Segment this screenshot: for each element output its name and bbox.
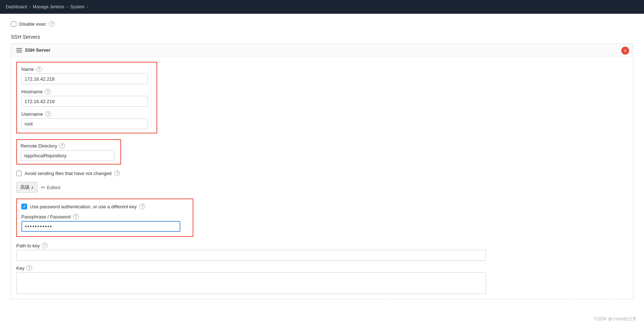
key-help-icon[interactable]: ?: [26, 265, 32, 271]
path-to-key-input[interactable]: [16, 250, 486, 261]
remote-dir-help-icon[interactable]: ?: [59, 143, 65, 149]
use-password-row: Use password authentication, or use a di…: [21, 204, 188, 209]
avoid-files-checkbox[interactable]: [16, 171, 22, 176]
use-password-help-icon[interactable]: ?: [139, 204, 145, 209]
use-password-checkbox[interactable]: [21, 204, 27, 209]
advanced-button[interactable]: 高级 ∧: [16, 182, 38, 193]
disable-exec-help-icon[interactable]: ?: [49, 21, 55, 27]
ssh-server-header: SSH Server ×: [11, 44, 633, 57]
key-field-group: Key ?: [16, 265, 628, 294]
path-to-key-label-row: Path to key ?: [16, 243, 628, 248]
username-label: Username: [21, 111, 43, 117]
ssh-server-card: SSH Server × Name ? Hostname: [11, 43, 633, 299]
credentials-outline-box: Name ? Hostname ? Username: [16, 62, 157, 133]
remote-dir-label: Remote Directory: [21, 143, 57, 149]
hostname-label-row: Hostname ?: [21, 89, 152, 94]
key-label-row: Key ?: [16, 265, 628, 271]
remote-dir-label-row: Remote Directory ?: [21, 143, 117, 149]
ssh-servers-section-label: SSH Servers: [11, 34, 633, 40]
breadcrumb-system: System: [70, 4, 85, 9]
ssh-server-title: SSH Server: [25, 47, 51, 53]
disable-exec-checkbox[interactable]: [11, 21, 16, 27]
top-nav-bar: Dashboard › Manage Jenkins › System ›: [0, 0, 644, 14]
key-label: Key: [16, 265, 24, 271]
avoid-files-row: Avoid sending files that have not change…: [16, 170, 628, 176]
edited-text: Edited: [47, 185, 60, 190]
breadcrumb: Dashboard › Manage Jenkins › System ›: [6, 4, 88, 9]
breadcrumb-sep-2: ›: [66, 4, 68, 9]
passphrase-field-group: Passphrase / Password ?: [21, 214, 188, 232]
remote-dir-input[interactable]: [21, 150, 115, 161]
remote-dir-section: Remote Directory ?: [16, 139, 628, 165]
passphrase-label: Passphrase / Password: [21, 214, 71, 220]
passphrase-help-icon[interactable]: ?: [73, 214, 79, 220]
breadcrumb-dashboard[interactable]: Dashboard: [6, 4, 27, 9]
avoid-files-label: Avoid sending files that have not change…: [25, 171, 111, 176]
name-input[interactable]: [21, 73, 148, 84]
avoid-files-help-icon[interactable]: ?: [114, 170, 120, 176]
drag-handle-icon[interactable]: [16, 48, 22, 52]
disable-exec-row: Disable exec ?: [11, 21, 633, 27]
remote-dir-outline-box: Remote Directory ?: [16, 139, 121, 165]
name-label: Name: [21, 67, 34, 72]
username-input[interactable]: [21, 118, 148, 129]
breadcrumb-sep-3: ›: [87, 4, 88, 9]
passphrase-input[interactable]: [21, 221, 180, 232]
path-to-key-field-group: Path to key ?: [16, 243, 628, 261]
hostname-field-group: Hostname ?: [21, 89, 152, 107]
username-field-group: Username ?: [21, 111, 152, 129]
hostname-help-icon[interactable]: ?: [45, 89, 51, 94]
username-label-row: Username ?: [21, 111, 152, 117]
advanced-row: 高级 ∧ ✏ Edited: [16, 182, 628, 193]
edited-indicator: ✏ Edited: [41, 185, 60, 190]
breadcrumb-manage-jenkins[interactable]: Manage Jenkins: [33, 4, 64, 9]
use-password-label: Use password authentication, or use a di…: [30, 204, 137, 209]
advanced-label: 高级: [20, 184, 30, 191]
disable-exec-label: Disable exec: [19, 21, 46, 27]
pencil-icon: ✏: [41, 185, 45, 190]
main-content: Disable exec ? SSH Servers SSH Server × …: [0, 14, 644, 328]
breadcrumb-sep-1: ›: [29, 4, 31, 9]
watermark: CSDN @小han的日常: [594, 316, 637, 322]
name-field-group: Name ?: [21, 66, 152, 84]
ssh-server-body: Name ? Hostname ? Username: [11, 57, 633, 299]
chevron-up-icon: ∧: [31, 186, 34, 189]
hostname-label: Hostname: [21, 89, 43, 94]
key-input[interactable]: [16, 272, 486, 294]
advanced-options-outline-box: Use password authentication, or use a di…: [16, 199, 193, 237]
path-to-key-label: Path to key: [16, 243, 40, 248]
ssh-server-close-button[interactable]: ×: [621, 47, 629, 55]
username-help-icon[interactable]: ?: [45, 111, 51, 117]
name-label-row: Name ?: [21, 66, 152, 72]
passphrase-label-row: Passphrase / Password ?: [21, 214, 188, 220]
path-to-key-help-icon[interactable]: ?: [42, 243, 48, 248]
hostname-input[interactable]: [21, 96, 148, 107]
name-help-icon[interactable]: ?: [36, 66, 42, 72]
